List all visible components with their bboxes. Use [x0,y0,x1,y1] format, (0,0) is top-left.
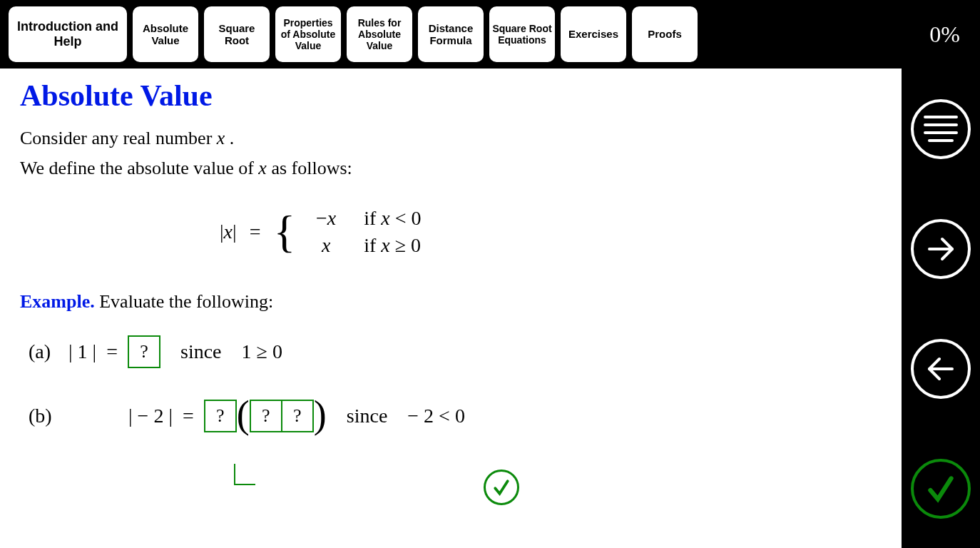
example-a-condition: 1 ≥ 0 [242,340,282,363]
example-a-since: since [180,340,222,363]
example-heading: Example. Evaluate the following: [20,291,882,313]
menu-icon [911,99,971,159]
case1-condition: if x < 0 [364,205,421,232]
content-area: Absolute Value Consider any real number … [0,68,902,548]
arrow-right-icon [911,219,971,279]
case2-condition: if x ≥ 0 [364,232,421,259]
example-b-label: (b) [29,405,68,427]
example-b-condition: − 2 < 0 [407,405,465,427]
intro-line-2-text: We define the absolute value of [20,158,258,178]
nav-tab-square-root-equations[interactable]: Square Root Equations [489,6,555,62]
check-icon [911,459,971,519]
intro-line-2: We define the absolute value of x as fol… [20,156,882,181]
case1-value: −x [308,205,344,232]
example-b-equals: = [183,405,194,427]
inline-check-icon[interactable] [484,470,519,505]
next-button[interactable] [902,188,980,308]
nav-tab-proofs[interactable]: Proofs [632,6,698,62]
absolute-value-definition: |x| = { −x if x < 0 x if x ≥ 0 [220,205,882,259]
brace-icon: { [273,211,295,253]
nav-tab-distance-formula[interactable]: Distance Formula [418,6,484,62]
right-sidebar [902,68,980,548]
example-b-row: (b) | − 2 | = ? ( ? ? ) since − 2 < 0 [29,400,882,432]
nav-tab-absolute-value[interactable]: Absolute Value [133,6,198,62]
nav-tab-rules-absolute-value[interactable]: Rules for Absolute Value [347,6,412,62]
example-a-equals: = [106,340,118,363]
example-a-answer-box[interactable]: ? [128,335,160,368]
example-a-row: (a) | 1 | = ? since 1 ≥ 0 [29,335,882,368]
def-equals: = [250,220,261,243]
example-label: Example. [20,291,95,312]
var-x-2: x [258,158,267,178]
nav-tab-exercises[interactable]: Exercises [561,6,626,62]
case2-value: x [308,232,344,259]
example-prompt: Evaluate the following: [95,291,274,312]
top-nav-bar: Introduction and Help Absolute Value Squ… [0,0,980,68]
arrow-left-icon [911,339,971,399]
var-x: x [217,128,225,148]
nav-tab-square-root[interactable]: Square Root [204,6,270,62]
intro-line-1-suffix: . [225,128,234,148]
nav-tab-properties-absolute-value[interactable]: Properties of Absolute Value [275,6,341,62]
example-b-answer-box-2[interactable]: ? [250,400,282,432]
intro-line-1: Consider any real number x . [20,126,882,151]
example-b-expr: | − 2 | [128,405,173,427]
intro-line-2-suffix: as follows: [267,158,352,178]
example-a-label: (a) [29,340,68,363]
example-b-since: since [347,405,388,427]
example-b-answer-box-3[interactable]: ? [281,400,314,432]
nav-tab-introduction[interactable]: Introduction and Help [9,6,127,62]
check-button[interactable] [902,428,980,548]
page-title: Absolute Value [20,78,882,113]
back-button[interactable] [902,308,980,428]
progress-percent: 0% [929,21,960,48]
intro-line-1-text: Consider any real number [20,128,217,148]
menu-button[interactable] [902,68,980,188]
example-b-answer-box-1[interactable]: ? [204,400,237,432]
def-lhs: |x| [220,220,237,243]
example-a-expr: | 1 | [68,340,96,363]
partial-answer-box[interactable] [234,464,255,485]
